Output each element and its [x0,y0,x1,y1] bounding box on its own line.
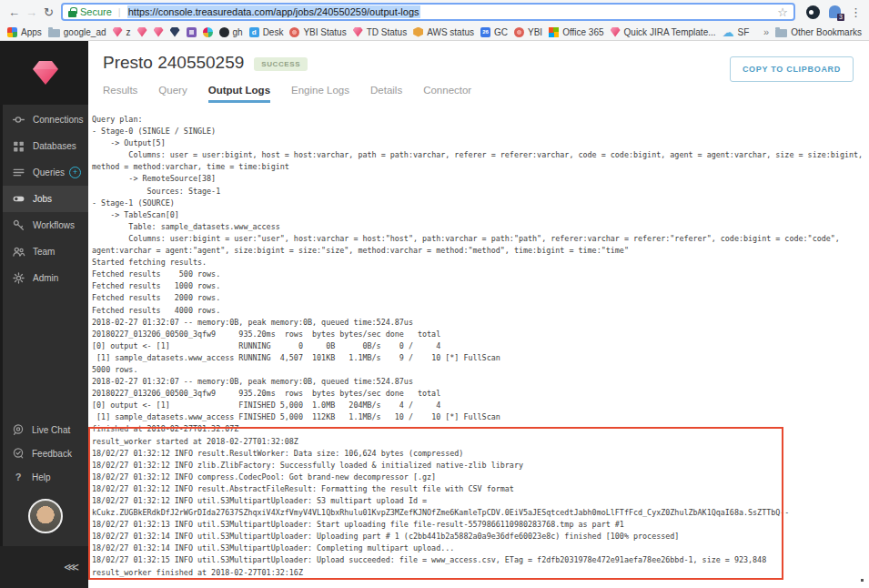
browser-chrome: ← → ↻ Secure | https://console.treasured… [0,0,869,41]
other-bookmarks[interactable]: Other Bookmarks [775,27,862,37]
bookmark-item[interactable] [203,27,213,37]
secure-lock-icon [68,7,76,17]
page-title: Presto 240550259 [103,53,244,73]
sidebar-item-connections[interactable]: Connections [3,106,88,133]
bookmark-item[interactable]: gh [219,27,243,37]
bookmark-item[interactable]: TD Status [353,27,407,37]
cloud-icon: ☁ [722,27,734,37]
sidebar-item-jobs[interactable]: Jobs [3,186,88,212]
secure-label: Secure [80,6,112,17]
sidebar-item-feedback[interactable]: Feedback [3,441,88,465]
sidebar-item-label: Connections [33,115,84,125]
omnibox-separator: | [118,6,121,17]
bookmarks-bar: Apps google_ad z gh dDesk YBI Status TD … [0,24,869,40]
output-log-area: Query plan: - Stage-0 (SINGLE / SINGLE) … [88,112,869,579]
other-bookmarks-label: Other Bookmarks [791,27,862,37]
sidebar-footer: ⋘ [0,546,88,588]
bookmark-item[interactable]: AWS status [413,27,474,37]
bookmark-star-icon[interactable]: ☆ [777,6,788,18]
address-bar[interactable]: Secure | https://console.treasuredata.co… [61,3,795,21]
sidebar-item-label: Live Chat [32,425,70,435]
tab-connector[interactable]: Connector [423,85,471,103]
sidebar-item-admin[interactable]: Admin [3,265,88,291]
tab-details[interactable]: Details [370,85,402,103]
tab-bar: Results Query Output Logs Engine Logs De… [103,85,471,103]
td-diamond-icon [611,27,621,37]
desk-icon: d [249,27,259,37]
td-diamond-icon [154,27,164,37]
bookmark-item[interactable]: google_ad [48,27,106,37]
treasure-data-diamond-logo [32,60,59,86]
tab-query[interactable]: Query [158,85,187,103]
bookmark-item[interactable]: Quick JIRA Template... [611,27,716,37]
sidebar-item-help[interactable]: ? Help [3,465,88,489]
question-icon: ? [12,471,25,482]
purple-app-icon [187,27,197,37]
bookmark-label: GC [494,27,508,37]
extension-badge: 3 [837,14,844,21]
sidebar: Connections Databases Queries + Jobs Wor… [0,41,88,588]
bookmark-item[interactable]: 26GC [480,27,508,37]
reload-icon[interactable]: ↻ [40,5,57,19]
bookmark-item[interactable]: z [113,27,131,37]
bookmark-item[interactable] [154,27,164,37]
sidebar-item-team[interactable]: Team [3,238,88,265]
sidebar-item-databases[interactable]: Databases [3,133,88,159]
user-avatar[interactable] [28,499,63,533]
copy-to-clipboard-button[interactable]: COPY TO CLIPBOARD [730,56,854,82]
bookmark-item[interactable]: Office 365 [549,27,603,37]
check-bubble-icon [12,447,25,460]
sidebar-item-live-chat[interactable]: Live Chat [3,418,88,441]
extension-area: 3 ⋮ [806,5,862,19]
logo-block[interactable] [0,41,88,105]
bookmark-label: Apps [21,27,42,37]
extension-dark-circle-icon[interactable] [806,5,820,19]
collapse-sidebar-icon[interactable]: ⋘ [64,561,79,573]
pill-icon [12,192,25,206]
apps-grid-icon [7,27,17,37]
list-icon [12,166,25,179]
tab-results[interactable]: Results [103,85,137,103]
grid-icon [12,139,25,153]
bookmark-item[interactable]: YBI [514,27,542,37]
bookmark-item[interactable] [170,27,180,37]
sidebar-item-queries[interactable]: Queries + [3,159,88,186]
gear-icon [12,271,25,285]
bookmark-label: YBI Status [303,27,346,37]
chat-bubble-icon [12,423,25,436]
query-plan-log: Query plan: - Stage-0 (SINGLE / SINGLE) … [92,114,866,436]
people-icon [12,245,25,259]
bookmark-label: YBI [528,27,542,37]
main-content: Presto 240550259 SUCCESS COPY TO CLIPBOA… [88,41,869,588]
bookmark-item[interactable]: ☁SF [722,27,750,37]
new-query-button[interactable]: + [69,167,81,178]
browser-menu-icon[interactable]: ⋮ [850,6,862,18]
sidebar-bottom: Live Chat Feedback ? Help [3,418,88,489]
office-squares-icon [549,27,559,37]
bookmark-label: google_ad [64,27,106,37]
tab-output-logs[interactable]: Output Logs [208,85,270,103]
bookmark-label: SF [738,27,750,37]
bookmark-label: gh [233,27,243,37]
forward-icon[interactable]: → [23,5,40,19]
bookmark-item[interactable]: dDesk [249,27,284,37]
bookmarks-overflow-chevron[interactable]: » [763,26,769,37]
bookmark-item[interactable]: YBI Status [289,27,346,37]
bookmark-label: Office 365 [562,27,603,37]
bookmark-label: z [126,27,131,37]
extension-ghost-icon[interactable]: 3 [829,5,841,18]
bookmark-apps[interactable]: Apps [7,27,42,37]
bookmark-label: TD Status [367,27,407,37]
sidebar-nav: Connections Databases Queries + Jobs Wor… [3,105,88,291]
url-text[interactable]: https://console.treasuredata.com/app/job… [127,5,420,18]
bookmark-item[interactable] [137,27,147,37]
back-icon[interactable]: ← [5,5,23,19]
result-worker-log: result_worker started at 2018-02-27T01:3… [92,436,866,579]
tab-engine-logs[interactable]: Engine Logs [291,85,349,103]
folder-icon [48,29,60,37]
bookmark-item[interactable] [187,27,197,37]
sidebar-item-label: Workflows [33,220,75,230]
browser-toolbar: ← → ↻ Secure | https://console.treasured… [0,0,869,24]
bookmark-label: Desk [263,27,284,37]
sidebar-item-workflows[interactable]: Workflows [3,212,88,238]
